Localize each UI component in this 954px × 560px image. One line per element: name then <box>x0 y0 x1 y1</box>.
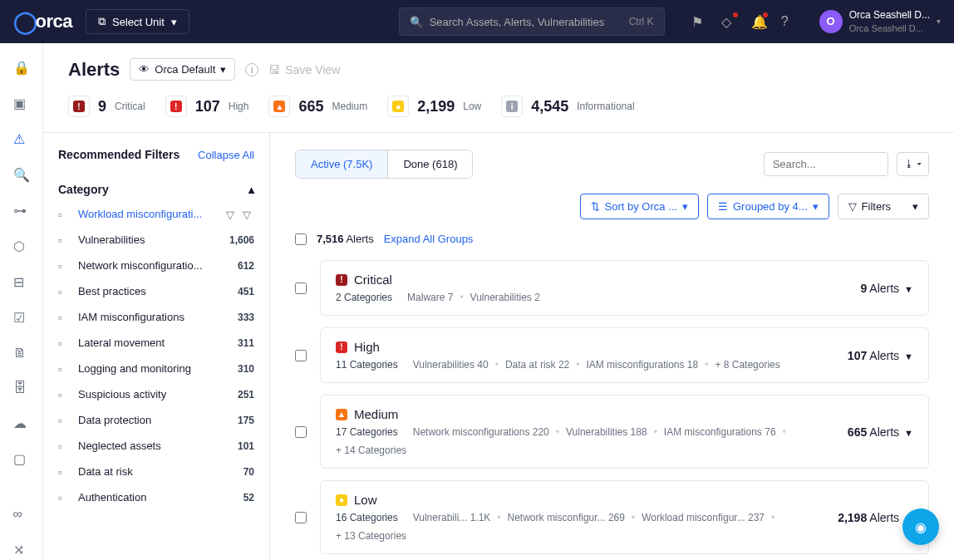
stat-high[interactable]: !107High <box>165 96 249 117</box>
alert-group-medium[interactable]: ▲ Medium 17 Categories Network misconfig… <box>320 395 929 469</box>
global-search-input[interactable]: 🔍 Search Assets, Alerts, Vulnerabilities… <box>399 7 665 36</box>
stat-low[interactable]: ●2,199Low <box>387 96 481 117</box>
box-icon[interactable]: ▢ <box>13 451 30 467</box>
help-icon[interactable]: ? <box>781 14 796 29</box>
group-checkbox[interactable] <box>295 512 307 523</box>
group-categories: 2 Categories <box>336 292 392 303</box>
filter-item[interactable]: ▫Data at risk70 <box>58 459 254 484</box>
lock-icon[interactable]: 🔒 <box>13 60 30 76</box>
filter-include-icon[interactable]: ▽ <box>226 209 238 220</box>
stat-critical[interactable]: !9Critical <box>68 96 145 117</box>
left-rail: 🔒 ▣ ⚠ 🔍 ⊶ ⬡ ⊟ ☑ 🗎 🗄 ☁ ▢ ∞ ⤨ ⚙ <box>0 43 43 560</box>
breakdown-item: Workload misconfigur... 237 <box>642 512 765 523</box>
infinity-icon[interactable]: ∞ <box>13 507 30 522</box>
view-selector[interactable]: 👁 Orca Default ▾ <box>130 58 235 81</box>
report-icon[interactable]: 🗎 <box>13 346 30 361</box>
filter-label: Suspicious activity <box>78 388 229 400</box>
compliance-icon[interactable]: ☑ <box>13 310 30 326</box>
search-nav-icon[interactable]: 🔍 <box>13 167 30 183</box>
tab-active[interactable]: Active (7.5K) <box>296 150 387 178</box>
group-checkbox[interactable] <box>295 282 307 294</box>
announcements-icon[interactable]: ◇ <box>721 14 736 29</box>
info-icon[interactable]: i <box>245 63 258 76</box>
filter-item[interactable]: ▫Suspicious activity251 <box>58 381 254 407</box>
search-shortcut: Ctrl K <box>629 16 654 27</box>
orca-icon: ◉ <box>915 519 927 535</box>
category-icon: ▫ <box>58 389 70 400</box>
group-dropdown[interactable]: ☰ Grouped by 4... ▾ <box>707 194 829 219</box>
alert-group-low[interactable]: ● Low 16 Categories Vulnerabili... 1.1K•… <box>320 480 929 554</box>
filters-title: Recommended Filters <box>58 148 179 161</box>
group-categories: 11 Categories <box>336 359 398 371</box>
filter-item[interactable]: ▫Workload misconfigurati...▽▽ <box>58 201 254 227</box>
group-checkbox[interactable] <box>295 426 307 438</box>
filter-item[interactable]: ▫Network misconfiguratio...612 <box>58 253 254 278</box>
alert-group-high[interactable]: ! High 11 Categories Vulnerabilities 40•… <box>320 327 929 383</box>
inventory-icon[interactable]: ⊟ <box>13 274 30 290</box>
stat-label: High <box>229 101 249 112</box>
dashboard-icon[interactable]: ▣ <box>13 96 30 111</box>
filter-item[interactable]: ▫Data protection175 <box>58 407 254 433</box>
breakdown-item: Malware 7 <box>407 292 453 303</box>
filter-label: Network misconfiguratio... <box>78 259 229 272</box>
filter-item[interactable]: ▫Authentication52 <box>58 484 254 510</box>
filter-exclude-icon[interactable]: ▽ <box>243 209 254 220</box>
database-icon[interactable]: 🗄 <box>13 381 30 395</box>
alerts-total-count: 7,516 <box>317 233 344 245</box>
cloud-icon[interactable]: ☁ <box>13 415 30 431</box>
chevron-down-icon: ▼ <box>904 428 913 438</box>
alert-group-critical[interactable]: ! Critical 2 Categories Malware 7•Vulner… <box>320 260 929 316</box>
filter-section-category[interactable]: Category ▴ <box>58 178 254 201</box>
collapse-all-link[interactable]: Collapse All <box>198 149 254 161</box>
breakdown-item: Network misconfigur... 269 <box>508 512 625 523</box>
severity-low-icon: ● <box>336 494 347 506</box>
chevron-down-icon: ▾ <box>171 16 177 28</box>
graph-icon[interactable]: ⊶ <box>13 203 30 219</box>
stat-medium[interactable]: ▲665Medium <box>268 96 367 117</box>
shuffle-icon[interactable]: ⤨ <box>13 542 30 558</box>
expand-all-link[interactable]: Expand All Groups <box>384 233 474 245</box>
select-all-checkbox[interactable] <box>295 233 307 245</box>
chevron-down-icon: ▾ <box>682 200 688 213</box>
filter-item[interactable]: ▫IAM misconfigurations333 <box>58 304 254 330</box>
notifications-icon[interactable]: 🔔 <box>751 14 766 29</box>
filter-item[interactable]: ▫Neglected assets101 <box>58 433 254 459</box>
group-title: Critical <box>354 273 392 287</box>
filters-dropdown[interactable]: ▽ Filters ▾ <box>838 194 929 219</box>
filter-item[interactable]: ▫Logging and monitoring310 <box>58 356 254 381</box>
flag-icon[interactable]: ⚑ <box>691 14 706 29</box>
breakdown-item: Vulnerabili... 1.1K <box>413 512 491 523</box>
download-icon: ⭳ <box>904 158 914 169</box>
stat-info[interactable]: i4,545Informational <box>501 96 634 117</box>
breakdown-item: IAM misconfigurations 76 <box>664 426 776 438</box>
filter-item[interactable]: ▫Best practices451 <box>58 278 254 304</box>
filter-count: 310 <box>238 363 254 375</box>
group-title: Medium <box>354 407 398 421</box>
breakdown-item: Vulnerabilities 188 <box>566 426 647 438</box>
filter-item[interactable]: ▫Lateral movement311 <box>58 330 254 356</box>
filter-label: Data at risk <box>78 465 235 478</box>
breakdown-item: IAM misconfigurations 18 <box>586 359 698 371</box>
category-icon: ▫ <box>58 363 70 375</box>
shield-icon[interactable]: ⬡ <box>13 238 30 254</box>
download-button[interactable]: ⭳ ▾ <box>897 152 929 176</box>
sort-dropdown[interactable]: ⇅ Sort by Orca ... ▾ <box>580 194 699 219</box>
stat-label: Medium <box>332 101 367 112</box>
category-icon: ▫ <box>58 209 70 220</box>
chat-fab[interactable]: ◉ <box>902 508 939 545</box>
user-menu[interactable]: O Orca Seashell D... Orca Seashell D... … <box>819 9 941 34</box>
filter-count: 333 <box>238 312 254 323</box>
tab-done[interactable]: Done (618) <box>387 150 472 178</box>
select-unit-dropdown[interactable]: ⧉ Select Unit ▾ <box>86 9 189 34</box>
alerts-search-input[interactable] <box>764 152 888 176</box>
breakdown-item: Vulnerabilities 40 <box>413 359 489 371</box>
filter-label: Workload misconfigurati... <box>78 208 218 220</box>
alerts-panel: Active (7.5K) Done (618) ⭳ ▾ ⇅ Sort by O… <box>270 133 954 560</box>
filter-item[interactable]: ▫Vulnerabilities1,606 <box>58 227 254 253</box>
severity-critical-icon: ! <box>336 274 347 286</box>
severity-medium-icon: ▲ <box>273 101 285 112</box>
save-view-button[interactable]: 🖫 Save View <box>268 63 340 76</box>
severity-critical-icon: ! <box>73 101 85 112</box>
group-checkbox[interactable] <box>295 350 307 361</box>
alerts-icon[interactable]: ⚠ <box>13 131 30 147</box>
